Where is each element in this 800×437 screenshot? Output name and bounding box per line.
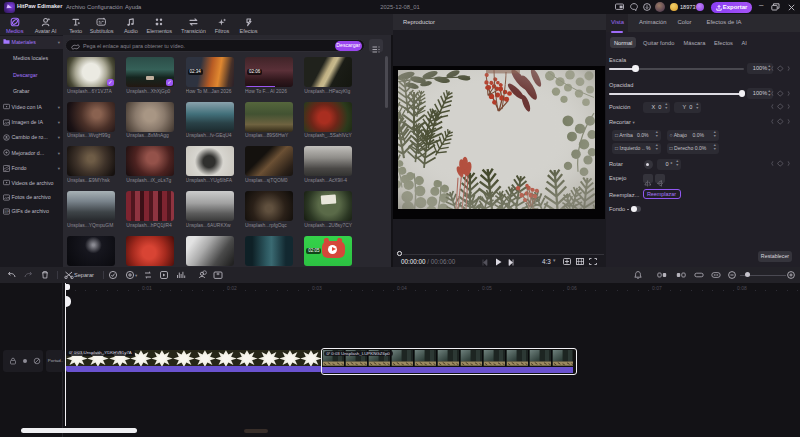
svg-text:GIF: GIF [4,210,10,214]
